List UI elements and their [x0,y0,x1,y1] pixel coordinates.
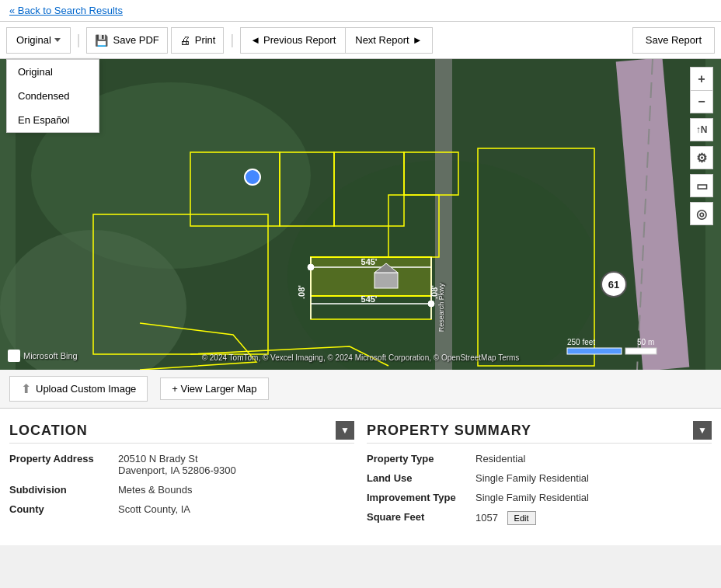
svg-point-23 [308,264,314,270]
bing-logo-icon [8,350,20,362]
address-line2: Davenport, IA 52806-9300 [118,464,354,476]
map-controls: + − ↑N ⚙ ▭ ◎ [690,67,713,225]
dropdown-item-original[interactable]: Original [7,60,99,84]
view-map-label: + View Larger Map [172,383,256,395]
location-header: LOCATION ▼ [9,421,354,444]
land-use-value: Single Family Residential [475,472,712,484]
svg-point-24 [428,301,434,307]
land-use-row: Land Use Single Family Residential [367,472,712,484]
property-type-label: Property Type [367,453,475,464]
report-type-button[interactable]: Original [6,27,71,54]
property-summary-header: PROPERTY SUMMARY ▼ [367,421,712,444]
chevron-down-icon [54,38,61,42]
compass-icon: ↑N [696,124,708,135]
sqft-edit-button[interactable]: Edit [507,511,536,525]
next-report-label: Next Report [355,34,409,46]
report-type-dropdown: Original Condensed En Español [6,59,99,133]
dropdown-item-condensed[interactable]: Condensed [7,84,99,108]
property-summary-panel: PROPERTY SUMMARY ▼ Property Type Residen… [367,421,712,533]
upload-label: Upload Custom Image [36,383,136,395]
nav-buttons: ◄ Previous Report Next Report ► [240,27,432,54]
save-icon: 💾 [95,34,108,47]
draw-button[interactable]: ▭ [690,174,713,197]
gear-icon: ⚙ [696,151,707,165]
subdivision-value: Metes & Bounds [118,484,354,496]
svg-rect-16 [93,214,268,354]
minus-icon: − [698,95,705,109]
print-label: Print [195,34,216,46]
property-type-value: Residential [475,453,712,464]
property-summary-toggle-button[interactable]: ▼ [693,421,712,440]
svg-text:.08': .08' [430,285,439,299]
sqft-row: Square Feet 1057 Edit [367,511,712,525]
location-toggle-button[interactable]: ▼ [336,421,354,440]
save-pdf-button[interactable]: 💾 Save PDF [86,27,167,54]
svg-marker-30 [374,263,398,273]
svg-rect-15 [311,296,431,319]
prev-arrow-icon: ◄ [250,34,260,46]
svg-point-6 [601,272,626,297]
zoom-controls: + − [690,67,713,113]
svg-text:61: 61 [608,279,619,291]
view-larger-map-button[interactable]: + View Larger Map [160,378,268,400]
svg-text:250 feet: 250 feet [567,338,595,346]
compass-button[interactable]: ↑N [690,118,713,141]
improvement-type-row: Improvement Type Single Family Residenti… [367,492,712,503]
svg-rect-8 [435,59,452,370]
svg-rect-14 [311,257,431,296]
separator-1: | [77,32,81,48]
map-container[interactable]: 61 Research Pkwy 545' 545' .08' .08' [0,59,721,370]
svg-rect-18 [478,148,594,366]
prev-report-button[interactable]: ◄ Previous Report [241,28,345,53]
svg-rect-0 [16,59,705,370]
zoom-out-button[interactable]: − [690,90,713,113]
svg-rect-4 [616,59,690,370]
svg-rect-11 [280,152,334,226]
bing-logo-area: Microsoft Bing [8,350,78,362]
svg-rect-29 [374,273,398,288]
address-row: Property Address 20510 N Brady St Davenp… [9,453,354,476]
report-type-label: Original [16,34,51,46]
bing-label: Microsoft Bing [23,351,78,360]
next-report-button[interactable]: Next Report ► [346,28,431,53]
info-panels: LOCATION ▼ Property Address 20510 N Brad… [0,409,721,545]
county-label: County [9,503,118,515]
sqft-number: 1057 [475,512,498,524]
svg-text:545': 545' [361,257,378,266]
chevron-down-icon: ▼ [340,425,350,436]
zoom-in-button[interactable]: + [690,67,713,90]
chevron-down-icon: ▼ [698,425,707,436]
save-report-button[interactable]: Save Report [632,27,715,54]
settings-button[interactable]: ⚙ [690,146,713,169]
county-value: Scott County, IA [118,503,354,515]
map-bottom-bar: ⬆ Upload Custom Image + View Larger Map [0,370,721,409]
print-icon: 🖨 [179,34,190,47]
back-link[interactable]: « Back to Search Results [9,5,123,16]
svg-rect-10 [190,152,280,226]
improvement-type-label: Improvement Type [367,492,475,503]
subdivision-label: Subdivision [9,484,118,496]
toolbar-left: Original | 💾 Save PDF 🖨 Print | ◄ Previo… [6,27,433,54]
county-row: County Scott County, IA [9,503,354,515]
print-button[interactable]: 🖨 Print [171,27,225,54]
location-button[interactable]: ◎ [690,202,713,225]
plus-icon: + [698,72,705,86]
top-bar: « Back to Search Results [0,0,721,22]
svg-rect-12 [334,152,404,226]
location-title: LOCATION [9,423,88,439]
toolbar: Original | 💾 Save PDF 🖨 Print | ◄ Previo… [0,22,721,59]
property-type-row: Property Type Residential [367,453,712,464]
save-pdf-label: Save PDF [113,34,158,46]
address-line1: 20510 N Brady St [118,453,354,464]
edit-label: Edit [514,513,529,523]
land-use-label: Land Use [367,472,475,484]
svg-rect-13 [404,152,458,195]
dropdown-item-espanol[interactable]: En Español [7,108,99,132]
save-report-label: Save Report [646,34,702,46]
sqft-value: 1057 Edit [475,511,712,525]
svg-point-3 [0,230,186,370]
upload-image-button[interactable]: ⬆ Upload Custom Image [9,376,148,402]
svg-text:545': 545' [361,294,378,304]
svg-point-2 [287,160,598,370]
improvement-type-value: Single Family Residential [475,492,712,503]
